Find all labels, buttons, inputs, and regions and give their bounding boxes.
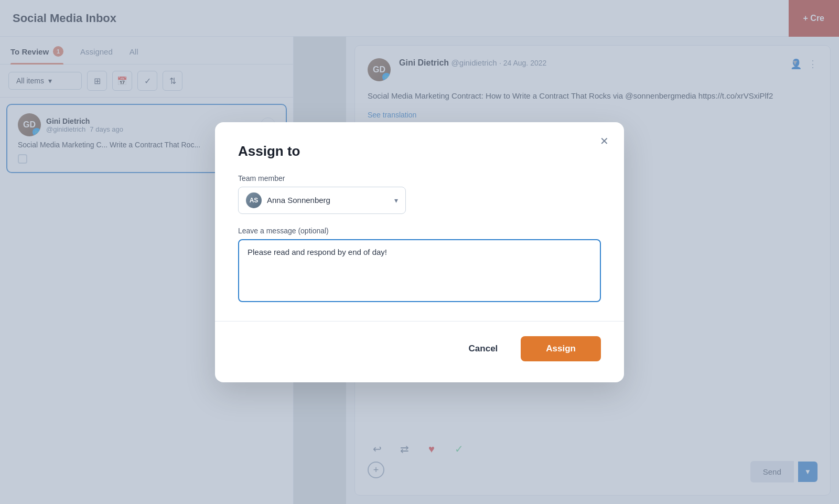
close-icon: ✕ [600, 135, 609, 147]
team-member-label: Team member [238, 174, 601, 183]
modal-footer: Cancel Assign [215, 321, 624, 361]
message-optional-label: Leave a message (optional) [238, 227, 601, 235]
modal-title: Assign to [238, 143, 601, 159]
message-textarea[interactable]: Please read and respond by end of day! [238, 239, 601, 302]
team-member-select[interactable]: AS Anna Sonnenberg ▾ [238, 187, 406, 214]
cancel-button[interactable]: Cancel [454, 336, 513, 361]
team-member-name: Anna Sonnenberg [267, 196, 330, 205]
team-member-chevron-icon: ▾ [394, 196, 398, 205]
assign-modal: ✕ Assign to Team member AS Anna Sonnenbe… [215, 122, 624, 382]
modal-close-button[interactable]: ✕ [596, 133, 612, 149]
team-member-avatar: AS [246, 192, 262, 208]
assign-button[interactable]: Assign [521, 336, 601, 361]
